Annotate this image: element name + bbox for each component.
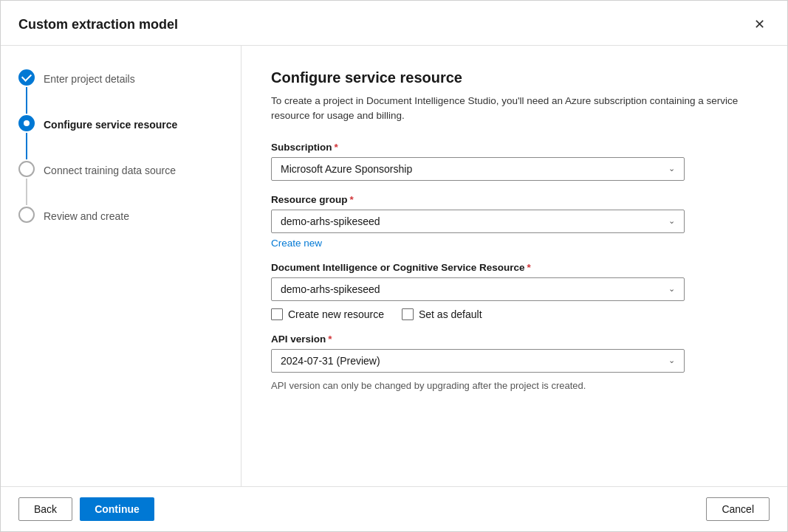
resource-group-chevron: ⌄ [668,216,675,226]
step-line-3 [26,179,27,205]
resource-checkboxes: Create new resource Set as default [271,308,758,320]
step-label-2: Configure service resource [44,115,177,133]
step-connect-training: Connect training data source [18,161,223,207]
resource-group-required: * [350,194,354,205]
custom-extraction-modal: Custom extraction model ✕ Enter project … [0,0,788,532]
set-as-default-checkbox[interactable]: Set as default [402,308,482,320]
section-description: To create a project in Document Intellig… [271,94,758,124]
create-new-resource-checkbox[interactable]: Create new resource [271,308,384,320]
subscription-field: Subscription* Microsoft Azure Sponsorshi… [271,142,758,181]
dialog-footer: Back Continue Cancel [1,486,787,531]
subscription-select[interactable]: Microsoft Azure Sponsorship ⌄ [271,157,685,181]
step-configure-service: Configure service resource [18,115,223,161]
api-version-chevron: ⌄ [668,356,675,365]
step-circle-3 [18,161,35,177]
api-note: API version can only be changed by upgra… [271,380,758,391]
section-title: Configure service resource [271,69,758,86]
step-circle-4 [18,207,35,223]
subscription-value: Microsoft Azure Sponsorship [281,163,412,175]
subscription-label: Subscription* [271,142,758,153]
cognitive-resource-select[interactable]: demo-arhs-spikeseed ⌄ [271,277,685,301]
dialog-header: Custom extraction model ✕ [1,1,787,46]
step-line-1 [26,87,27,114]
cognitive-resource-label: Document Intelligence or Cognitive Servi… [271,262,758,273]
close-button[interactable]: ✕ [749,14,770,35]
continue-button[interactable]: Continue [80,497,154,521]
cognitive-resource-field: Document Intelligence or Cognitive Servi… [271,262,758,320]
set-as-default-box[interactable] [402,308,414,320]
main-content: Configure service resource To create a p… [241,46,787,486]
api-version-value: 2024-07-31 (Preview) [281,355,380,367]
step-label-3: Connect training data source [44,161,176,179]
cancel-button[interactable]: Cancel [706,497,770,521]
resource-group-value: demo-arhs-spikeseed [281,215,380,227]
resource-group-select[interactable]: demo-arhs-spikeseed ⌄ [271,210,685,233]
cognitive-resource-chevron: ⌄ [668,284,675,294]
step-line-2 [26,133,27,159]
api-version-select[interactable]: 2024-07-31 (Preview) ⌄ [271,349,685,373]
step-circle-2 [18,115,35,131]
set-as-default-label: Set as default [419,308,482,320]
dialog-body: Enter project details Configure service … [1,46,787,486]
steps-sidebar: Enter project details Configure service … [1,46,241,486]
subscription-required: * [335,142,338,153]
api-required: * [328,334,332,345]
step-label-1: Enter project details [44,69,135,87]
cognitive-resource-value: demo-arhs-spikeseed [281,283,380,295]
step-enter-project: Enter project details [18,69,223,115]
cognitive-required: * [527,262,531,273]
create-new-link[interactable]: Create new [271,238,322,249]
api-version-label: API version* [271,334,758,345]
step-label-4: Review and create [44,207,129,224]
back-button[interactable]: Back [18,497,72,521]
create-new-resource-box[interactable] [271,308,283,320]
subscription-chevron: ⌄ [668,164,675,173]
close-icon: ✕ [754,16,765,32]
step-review-create: Review and create [18,207,223,224]
dialog-title: Custom extraction model [18,17,178,32]
step-circle-1 [18,69,35,86]
footer-left-buttons: Back Continue [18,497,154,521]
resource-group-label: Resource group* [271,194,758,205]
create-new-resource-label: Create new resource [288,308,384,320]
resource-group-field: Resource group* demo-arhs-spikeseed ⌄ Cr… [271,194,758,249]
api-version-field: API version* 2024-07-31 (Preview) ⌄ API … [271,334,758,391]
